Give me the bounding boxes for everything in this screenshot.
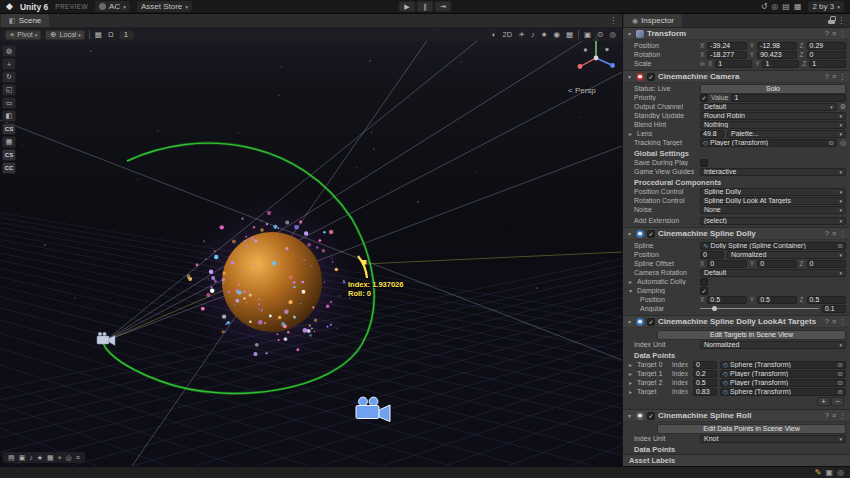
channel-settings-gear-icon[interactable]: ⚙ bbox=[840, 103, 846, 111]
angular-field[interactable]: 0.1 bbox=[822, 305, 846, 313]
2d-toggle[interactable]: 2D bbox=[502, 30, 514, 39]
component-enabled-checkbox[interactable]: ✓ bbox=[647, 412, 655, 420]
scene-viewport[interactable]: ⌖ Pivot ▾ ⊕ Local ▾ ▦Ω 1 ◐2D☀♪★◉▦ bbox=[0, 28, 622, 466]
foldout-arrow[interactable]: ▾ bbox=[626, 73, 633, 80]
position-y-field[interactable]: -12.98 bbox=[757, 42, 796, 50]
dolly-handle[interactable] bbox=[362, 260, 367, 265]
foldout-arrow[interactable]: ▸ bbox=[627, 370, 634, 377]
play-button[interactable]: ▶ bbox=[399, 1, 416, 12]
target-object-field[interactable]: ◇ Sphere (Transform) ⊙ bbox=[720, 361, 846, 369]
preset-icon[interactable]: ≡ bbox=[832, 230, 836, 237]
object-picker-icon[interactable]: ⊙ bbox=[838, 242, 843, 250]
rotation-x-field[interactable]: -18.277 bbox=[707, 51, 746, 59]
more-menu-icon[interactable]: ⋮ bbox=[839, 318, 846, 326]
lighting-toggle-icon[interactable]: ☀ bbox=[517, 30, 526, 39]
slider-knob[interactable] bbox=[712, 306, 717, 311]
layout-grid-icon[interactable]: ▦ bbox=[794, 2, 802, 11]
position-x-field[interactable]: -39.24 bbox=[707, 42, 746, 50]
zoom-icon[interactable]: ◎ bbox=[66, 454, 72, 462]
undo-history-icon[interactable]: ↺ bbox=[761, 2, 768, 11]
asset-store-dropdown[interactable]: Asset Store ▾ bbox=[137, 1, 192, 12]
component-enabled-checkbox[interactable]: ✓ bbox=[647, 230, 655, 238]
move-tool[interactable]: + bbox=[2, 58, 16, 70]
edit-data-points-button[interactable]: Edit Data Points in Scene View bbox=[657, 424, 846, 434]
more-menu-icon[interactable]: ⋮ bbox=[839, 412, 846, 420]
offset-y-field[interactable]: 0 bbox=[757, 260, 796, 268]
object-picker-icon[interactable]: ⊙ bbox=[838, 379, 843, 387]
foldout-arrow[interactable]: ▸ bbox=[627, 361, 634, 368]
more-menu-icon[interactable]: ⋮ bbox=[839, 230, 846, 238]
layers-icon[interactable]: ▤ bbox=[782, 2, 790, 11]
foldout-arrow[interactable]: ▾ bbox=[626, 230, 633, 237]
planet-sphere[interactable] bbox=[222, 232, 322, 332]
component-enabled-checkbox[interactable]: ✓ bbox=[647, 73, 655, 81]
menu-icon[interactable]: ≡ bbox=[76, 454, 80, 461]
dolly-position-field[interactable]: 0 bbox=[700, 251, 724, 259]
activity-icon[interactable]: ◎ bbox=[837, 468, 844, 477]
help-icon[interactable]: ? bbox=[825, 318, 829, 325]
target-object-field[interactable]: ◇ Player (Transform) ⊙ bbox=[720, 379, 846, 387]
target-index-field[interactable]: 0.83 bbox=[693, 388, 717, 396]
spline-selected-segment[interactable] bbox=[358, 256, 367, 278]
standby-update-dropdown[interactable]: Round Robin ▾ bbox=[700, 112, 846, 120]
offset-x-field[interactable]: 0 bbox=[707, 260, 746, 268]
asset-labels-bar[interactable]: Asset Labels bbox=[623, 454, 850, 466]
overlay-grid-icon[interactable]: ▦ bbox=[2, 136, 16, 148]
tab-scene[interactable]: ◧ Scene bbox=[1, 14, 49, 27]
account-dropdown[interactable]: AC ▾ bbox=[95, 1, 130, 12]
rotate-tool[interactable]: ↻ bbox=[2, 71, 16, 83]
position-z-field[interactable]: 0.29 bbox=[807, 42, 846, 50]
object-picker-icon[interactable]: ⊙ bbox=[838, 370, 843, 378]
rect-tool[interactable]: ▭ bbox=[2, 97, 16, 109]
paint-brush-icon[interactable]: ✎ bbox=[815, 468, 822, 477]
layout-dropdown[interactable]: 2 by 3 ▾ bbox=[808, 1, 844, 12]
pause-button[interactable]: ∥ bbox=[417, 1, 434, 12]
add-data-point-button[interactable]: + bbox=[817, 397, 830, 406]
grid-toggle-icon[interactable]: ▦ bbox=[565, 30, 574, 39]
priority-value-field[interactable]: 1 bbox=[731, 94, 846, 102]
object-picker-icon[interactable]: ⊙ bbox=[838, 361, 843, 369]
object-picker-icon[interactable]: ⊙ bbox=[828, 139, 833, 147]
selected-camera-icon[interactable] bbox=[356, 397, 390, 421]
component-enabled-checkbox[interactable]: ✓ bbox=[647, 318, 655, 326]
help-icon[interactable]: ? bbox=[825, 73, 829, 80]
gizmos-dropdown-icon[interactable]: ⊙ bbox=[596, 30, 604, 39]
object-picker-icon[interactable]: ⊙ bbox=[838, 388, 843, 396]
tracking-target-options-icon[interactable]: ◎ bbox=[840, 139, 846, 147]
foldout-arrow[interactable]: ▸ bbox=[627, 130, 634, 137]
effects-icon[interactable]: ★ bbox=[37, 454, 43, 462]
audio-toggle-icon[interactable]: ♪ bbox=[530, 30, 536, 39]
damping-z-field[interactable]: 0.5 bbox=[807, 296, 846, 304]
target-index-field[interactable]: 0.2 bbox=[693, 370, 717, 378]
foldout-arrow[interactable]: ▸ bbox=[627, 388, 634, 395]
add-extension-dropdown[interactable]: (select) ▾ bbox=[700, 217, 846, 225]
edit-targets-button[interactable]: Edit Targets in Scene View bbox=[657, 330, 846, 340]
rotation-control-dropdown[interactable]: Spline Dolly Look At Targets ▾ bbox=[700, 197, 846, 205]
preset-icon[interactable]: ≡ bbox=[832, 73, 836, 80]
target-index-field[interactable]: 0.5 bbox=[693, 379, 717, 387]
snap-magnet-icon[interactable]: Ω bbox=[107, 30, 115, 39]
dolly-camera-gizmo[interactable] bbox=[97, 332, 115, 345]
foldout-arrow[interactable]: ▾ bbox=[626, 318, 633, 325]
foldout-arrow[interactable]: ▾ bbox=[626, 412, 633, 419]
package-icon[interactable]: ▣ bbox=[825, 468, 833, 477]
preset-icon[interactable]: ≡ bbox=[832, 412, 836, 419]
pivot-dropdown[interactable]: ⌖ Pivot ▾ bbox=[5, 30, 41, 40]
constrain-proportions-icon[interactable]: ∞ bbox=[700, 60, 705, 67]
overlay-cs-toolbar[interactable]: CS bbox=[2, 123, 16, 135]
offset-z-field[interactable]: 0 bbox=[807, 260, 846, 268]
shading-mode-icon[interactable]: ◐ bbox=[491, 30, 498, 39]
rotation-z-field[interactable]: 0 bbox=[807, 51, 846, 59]
audio-icon[interactable]: ♪ bbox=[29, 454, 33, 461]
help-icon[interactable]: ? bbox=[825, 30, 829, 37]
search-icon[interactable]: ◎ bbox=[771, 2, 778, 11]
hidden-objects-icon[interactable]: ◉ bbox=[552, 30, 561, 39]
position-control-dropdown[interactable]: Spline Dolly ▾ bbox=[700, 188, 846, 196]
save-during-play-checkbox[interactable] bbox=[700, 159, 708, 167]
tab-inspector[interactable]: ◉ Inspector bbox=[624, 14, 682, 27]
grid-visibility-icon[interactable]: ▦ bbox=[94, 30, 103, 39]
foldout-arrow[interactable]: ▾ bbox=[626, 30, 633, 37]
tracking-target-field[interactable]: ◇ Player (Transform) ⊙ bbox=[700, 139, 837, 147]
index-unit-dropdown[interactable]: Normalized ▾ bbox=[700, 341, 846, 349]
camera-preview-icon[interactable]: ▣ bbox=[19, 454, 26, 462]
